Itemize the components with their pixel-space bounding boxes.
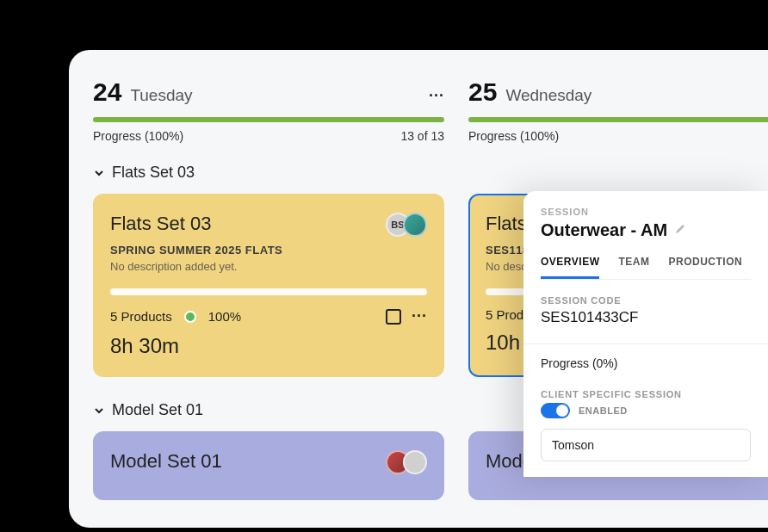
pencil-icon[interactable] [674,223,686,238]
toggle-label: ENABLED [579,405,628,416]
panel-tabs: OVERVIEW TEAM PRODUCTION [541,256,751,280]
avatar-stack[interactable] [386,450,427,474]
session-code-label: SESSION CODE [541,295,751,306]
day-title: 24 Tuesday [93,77,193,107]
avatar-stack[interactable]: BS [386,213,427,237]
tab-team[interactable]: TEAM [618,256,649,279]
card-title: Model Set 01 [110,450,222,473]
tab-production[interactable]: PRODUCTION [668,256,742,279]
day-number: 25 [468,77,497,107]
session-card-flats-1[interactable]: Flats Set 03 SPRING SUMMER 2025 FLATS No… [93,194,444,377]
client-session-toggle[interactable] [541,403,570,418]
card-description: No description added yet. [110,260,282,273]
progress-count: 13 of 13 [400,129,444,143]
status-dot-icon [184,311,196,323]
card-duration: 8h 30m [110,334,427,358]
client-session-label: CLIENT SPECIFIC SESSION [541,389,751,399]
divider [523,343,768,344]
percent-complete: 100% [208,309,241,324]
day-name: Tuesday [130,86,192,105]
session-card-model-1[interactable]: Model Set 01 [93,431,444,500]
more-icon[interactable]: ··· [412,307,427,325]
avatar [403,450,427,474]
client-name-input[interactable] [541,429,751,461]
product-count: 5 Products [110,309,172,324]
day-name: Wednesday [505,86,591,105]
more-icon[interactable]: ··· [429,87,444,105]
chevron-down-icon [93,405,105,417]
avatar [403,213,427,237]
day-column-wednesday: 25 Wednesday ··· Progress (100%) 13 of 1… [468,77,768,164]
progress-label: Progress (100%) [468,129,559,143]
section-title: Flats Set 03 [112,164,195,182]
panel-title: Outerwear - AM [541,220,667,240]
day-title: 25 Wednesday [468,77,591,107]
chevron-down-icon [93,167,105,179]
progress-label: Progress (100%) [93,129,183,143]
day-number: 24 [93,77,121,107]
section-title: Model Set 01 [112,401,203,419]
day-progress-bar [93,117,444,122]
checkbox[interactable] [386,309,401,325]
session-detail-panel: SESSION Outerwear - AM OVERVIEW TEAM PRO… [523,191,768,477]
card-progress-bar [110,288,427,295]
card-title: Flats Set 03 [110,213,282,235]
day-progress-bar [468,117,768,122]
tab-overview[interactable]: OVERVIEW [541,256,599,279]
day-column-tuesday: 24 Tuesday ··· Progress (100%) 13 of 13 [93,77,444,164]
card-subtitle: SPRING SUMMER 2025 FLATS [110,244,282,257]
panel-progress: Progress (0%) [541,356,751,370]
panel-eyebrow: SESSION [541,207,751,217]
section-toggle-flats[interactable]: Flats Set 03 [93,164,768,182]
session-code-value: SES101433CF [541,309,751,326]
